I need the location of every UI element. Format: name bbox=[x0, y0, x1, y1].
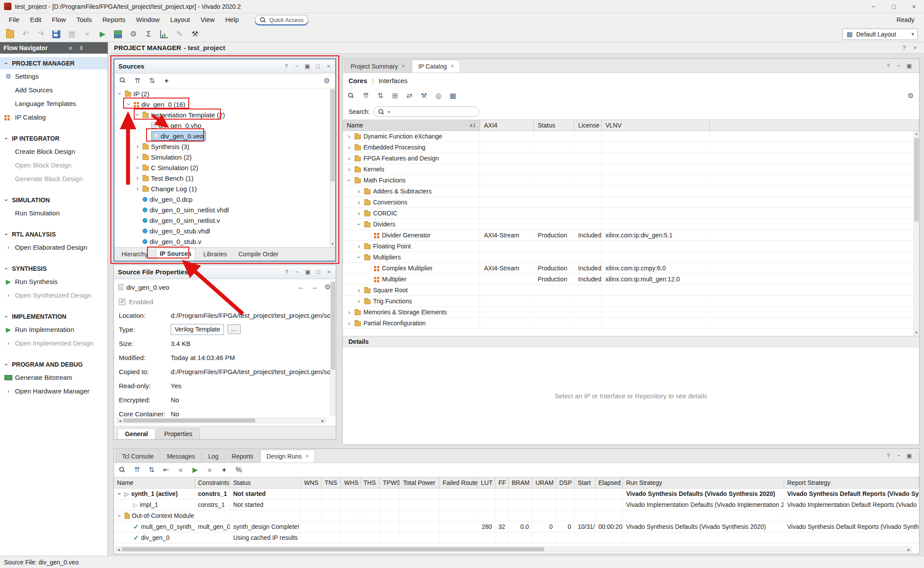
scroll-right-icon[interactable]: ▶ bbox=[906, 547, 912, 553]
search-icon[interactable] bbox=[119, 466, 126, 474]
subtab-cores[interactable]: Cores bbox=[348, 77, 367, 84]
column-header-run-strategy[interactable]: Run Strategy bbox=[623, 477, 784, 488]
tab-project-summary[interactable]: Project Summary× bbox=[345, 60, 411, 73]
help-icon[interactable]: ? bbox=[283, 63, 289, 70]
scrollbar-horizontal[interactable]: ◀ ▶ bbox=[117, 418, 326, 423]
tree-expander-icon[interactable]: › bbox=[346, 178, 353, 183]
maximize-icon[interactable]: □ bbox=[315, 63, 321, 70]
tree-expander-icon[interactable]: › bbox=[134, 112, 141, 118]
tree-item-div-gen-0-stub-vhdl[interactable]: div_gen_0_stub.vhdl bbox=[114, 226, 335, 236]
open-project-icon[interactable] bbox=[6, 30, 14, 38]
expand-all-icon[interactable]: ⇅ bbox=[148, 466, 155, 474]
collapse-all-icon[interactable]: ⇈ bbox=[133, 466, 141, 474]
column-header-license[interactable]: License bbox=[574, 120, 601, 131]
column-header-ths[interactable]: THS bbox=[360, 477, 380, 488]
enabled-checkbox[interactable] bbox=[119, 299, 125, 305]
close-icon[interactable]: × bbox=[904, 0, 924, 13]
minimize-icon[interactable]: − bbox=[863, 0, 884, 13]
tab-libraries[interactable]: Libraries bbox=[200, 249, 231, 259]
sum-icon[interactable]: Σ bbox=[145, 30, 153, 38]
tree-expander-icon[interactable]: › bbox=[135, 143, 140, 150]
menu-help[interactable]: Help bbox=[220, 13, 244, 26]
float-icon[interactable]: ▣ bbox=[305, 269, 311, 276]
add-icon[interactable]: + bbox=[220, 466, 228, 474]
tree-item-c-simulation-2[interactable]: ›C Simulation (2) bbox=[114, 162, 335, 173]
section-expander-icon[interactable]: › bbox=[3, 136, 10, 142]
flow-item-create-block-design[interactable]: Create Block Design bbox=[0, 145, 107, 158]
flow-item-generate-bitstream[interactable]: Generate Bitstream bbox=[0, 371, 107, 384]
menu-view[interactable]: View bbox=[195, 13, 220, 26]
save-icon[interactable] bbox=[52, 30, 60, 38]
tree-item-div-gen-0-stub-v[interactable]: div_gen_0_stub.v bbox=[114, 236, 335, 247]
tree-expander-icon[interactable]: › bbox=[116, 491, 123, 497]
wrench-icon[interactable]: ⚒ bbox=[191, 30, 199, 38]
prev-icon[interactable]: « bbox=[177, 466, 184, 474]
tree-item-div-gen-0-sim-netlist-v[interactable]: div_gen_0_sim_netlist.v bbox=[114, 215, 335, 226]
scrollbar-vertical[interactable]: ▲ ▼ bbox=[913, 131, 919, 336]
tree-expander-icon[interactable]: › bbox=[346, 144, 352, 151]
flow-item-settings[interactable]: ⚙Settings bbox=[0, 69, 107, 83]
collapse-all-icon[interactable]: ⇈ bbox=[134, 77, 141, 84]
tab-compile-order[interactable]: Compile Order bbox=[235, 249, 282, 259]
flow-section-header-program-and-debug[interactable]: ›PROGRAM AND DEBUG bbox=[0, 358, 107, 371]
tab-properties[interactable]: Properties bbox=[157, 428, 200, 439]
column-header-report-strategy[interactable]: Report Strategy bbox=[784, 477, 919, 488]
expand-all-icon[interactable]: ⇅ bbox=[148, 77, 156, 84]
catalog-row-multiplier[interactable]: MultiplierProductionIncludedxilinx.com:i… bbox=[343, 274, 919, 285]
close-icon[interactable]: × bbox=[326, 63, 331, 70]
target-icon[interactable]: ◎ bbox=[435, 92, 442, 100]
settings-icon[interactable]: ⚙ bbox=[323, 77, 330, 84]
tab-reports[interactable]: Reports bbox=[226, 450, 260, 462]
column-header-wns[interactable]: WNS bbox=[301, 477, 322, 488]
column-header-whs[interactable]: WHS bbox=[341, 477, 360, 488]
catalog-row-multipliers[interactable]: ›Multipliers bbox=[343, 252, 919, 263]
undo-icon[interactable]: ↶ bbox=[22, 30, 29, 38]
tree-expander-icon[interactable]: › bbox=[346, 133, 352, 140]
tree-item-simulation-2[interactable]: ›Simulation (2) bbox=[114, 152, 335, 162]
flow-section-header-implementation[interactable]: ›IMPLEMENTATION bbox=[0, 310, 107, 323]
column-header-total-power[interactable]: Total Power bbox=[400, 477, 440, 488]
scrollbar-thumb[interactable] bbox=[330, 89, 335, 182]
delete-icon[interactable]: × bbox=[83, 30, 91, 38]
close-icon[interactable]: × bbox=[912, 44, 918, 51]
scrollbar-horizontal[interactable]: ◀ ▶ bbox=[115, 546, 912, 552]
section-expander-icon[interactable]: › bbox=[3, 314, 10, 320]
flow-item-open-elaborated-design[interactable]: ›Open Elaborated Design bbox=[0, 240, 107, 254]
flow-item-open-implemented-design[interactable]: ›Open Implemented Design bbox=[0, 336, 107, 350]
column-header-failed-routes[interactable]: Failed Routes bbox=[440, 477, 478, 488]
catalog-row-partial-reconfiguration[interactable]: ›Partial Reconfiguration bbox=[343, 318, 919, 329]
catalog-row-floating-point[interactable]: ›Floating Point bbox=[343, 241, 919, 252]
scrollbar-thumb[interactable] bbox=[914, 138, 919, 222]
catalog-row-divider-generator[interactable]: Divider GeneratorAXI4-StreamProductionIn… bbox=[343, 230, 919, 241]
menu-window[interactable]: Window bbox=[131, 13, 165, 26]
expand-collapse-icon[interactable]: ⇕ bbox=[78, 44, 85, 51]
tree-expander-icon[interactable]: › bbox=[356, 222, 363, 227]
column-header-tpws[interactable]: TPWS bbox=[380, 477, 400, 488]
sort-icon[interactable]: ⇄ bbox=[406, 92, 413, 100]
forward-icon[interactable]: → bbox=[311, 284, 318, 291]
scroll-down-icon[interactable]: ▼ bbox=[914, 330, 919, 336]
run-row-synth-1-active[interactable]: ›▷synth_1 (active)constrs_1Not startedVi… bbox=[114, 488, 919, 499]
run-row-out-of-context-module-runs[interactable]: ›Out-of-Context Module Runs bbox=[114, 510, 919, 521]
section-expander-icon[interactable]: › bbox=[3, 232, 10, 237]
catalog-row-kernels[interactable]: ›Kernels bbox=[343, 164, 919, 175]
tree-expander-icon[interactable]: › bbox=[135, 175, 140, 182]
scrollbar-thumb[interactable] bbox=[122, 547, 544, 551]
edit-icon[interactable]: ✎ bbox=[176, 30, 183, 38]
section-expander-icon[interactable]: › bbox=[3, 362, 10, 368]
minimize-icon[interactable]: − bbox=[99, 44, 104, 51]
tree-expander-icon[interactable]: › bbox=[346, 155, 352, 162]
tree-expander-icon[interactable]: › bbox=[356, 255, 363, 260]
tree-item-ip-2[interactable]: ›IP (2) bbox=[114, 88, 335, 99]
menu-reports[interactable]: Reports bbox=[97, 13, 131, 26]
column-header-dsp[interactable]: DSP bbox=[556, 477, 575, 488]
tree-expander-icon[interactable]: › bbox=[135, 164, 140, 171]
tree-item-div-gen-0-16[interactable]: ›div_gen_0 (16) bbox=[114, 99, 335, 109]
scrollbar-thumb[interactable] bbox=[331, 282, 335, 370]
column-header-axi4[interactable]: AXI4 bbox=[480, 120, 534, 131]
close-icon[interactable]: × bbox=[451, 63, 454, 69]
catalog-row-square-root[interactable]: ›Square Root bbox=[343, 285, 919, 296]
tree-item-div-gen-0-veo[interactable]: div_gen_0.veo bbox=[114, 131, 335, 141]
column-header-name[interactable]: Name bbox=[114, 477, 195, 488]
tree-expander-icon[interactable]: › bbox=[356, 287, 362, 294]
